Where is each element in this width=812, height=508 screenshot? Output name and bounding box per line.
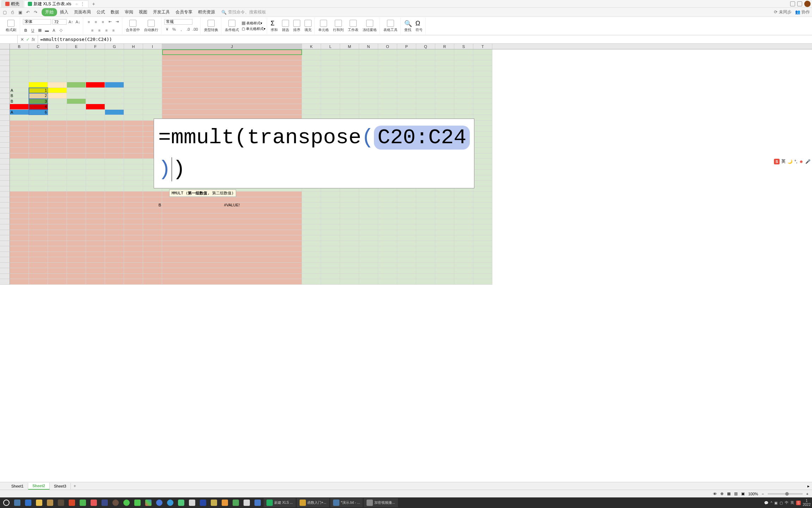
dec-dec-icon[interactable]: .00 [192, 26, 198, 32]
cell[interactable] [86, 104, 105, 110]
cell[interactable] [67, 213, 86, 219]
cell[interactable] [473, 110, 492, 115]
cell[interactable] [359, 99, 378, 104]
cell[interactable] [435, 66, 454, 72]
cell[interactable] [435, 110, 454, 115]
cell[interactable] [397, 197, 416, 203]
cell[interactable] [302, 104, 321, 110]
cell[interactable] [454, 219, 473, 225]
cell[interactable] [473, 164, 492, 170]
cell[interactable] [10, 55, 29, 61]
cell[interactable] [67, 143, 86, 148]
ribbon-tab-res[interactable]: 稻壳资源 [195, 8, 218, 17]
zoom-out-button[interactable]: − [762, 492, 764, 496]
cell[interactable] [321, 235, 340, 241]
cell[interactable] [29, 219, 48, 225]
cell[interactable] [378, 246, 397, 252]
row-header[interactable] [0, 274, 10, 279]
cell[interactable] [124, 66, 143, 72]
cell[interactable] [48, 148, 67, 153]
cell[interactable] [473, 121, 492, 126]
cell[interactable] [397, 71, 416, 77]
cell[interactable]: B [10, 93, 29, 99]
cell[interactable] [48, 110, 67, 115]
cell[interactable] [162, 246, 302, 252]
cell[interactable] [143, 88, 162, 93]
cell[interactable] [416, 192, 435, 197]
cell[interactable] [302, 49, 321, 55]
cell[interactable] [473, 66, 492, 72]
cell[interactable] [340, 274, 359, 279]
cell[interactable] [29, 115, 48, 121]
search-box[interactable]: 🔍 查找命令、搜索模板 [221, 9, 266, 15]
sheet-grid[interactable]: B C D E F G H I J K L M N O P Q R S T A1… [0, 44, 812, 482]
cell[interactable] [124, 241, 143, 247]
cell[interactable] [105, 257, 124, 263]
cell[interactable]: 6 [29, 110, 48, 115]
cell[interactable] [86, 219, 105, 225]
cell[interactable] [435, 235, 454, 241]
cell[interactable] [124, 213, 143, 219]
cell[interactable] [48, 170, 67, 175]
cell[interactable] [359, 246, 378, 252]
cell[interactable] [86, 268, 105, 274]
cell[interactable] [340, 208, 359, 214]
cell[interactable] [416, 241, 435, 247]
cell[interactable] [86, 49, 105, 55]
cell[interactable] [473, 159, 492, 164]
cell[interactable] [48, 219, 67, 225]
cell[interactable] [473, 93, 492, 99]
cell[interactable] [435, 213, 454, 219]
cell[interactable] [162, 219, 302, 225]
cell[interactable] [105, 137, 124, 143]
cell[interactable] [124, 224, 143, 230]
cell[interactable] [105, 88, 124, 93]
cell[interactable] [435, 88, 454, 93]
ribbon-tab-data[interactable]: 数据 [108, 8, 122, 17]
cell[interactable] [29, 213, 48, 219]
zoom-in-button[interactable]: + [806, 492, 808, 496]
cell[interactable] [378, 202, 397, 208]
view-normal-icon[interactable]: ▦ [727, 491, 731, 496]
row-header[interactable] [0, 181, 10, 186]
cell[interactable] [340, 55, 359, 61]
cell[interactable] [29, 268, 48, 274]
cell[interactable] [10, 219, 29, 225]
cell[interactable] [302, 93, 321, 99]
cell[interactable] [473, 257, 492, 263]
cell[interactable] [340, 93, 359, 99]
cell[interactable] [48, 164, 67, 170]
cell[interactable] [473, 99, 492, 104]
cell[interactable] [67, 263, 86, 268]
cell[interactable] [473, 77, 492, 83]
cell[interactable] [397, 252, 416, 258]
task-player[interactable] [133, 498, 142, 507]
ime-mic-icon[interactable]: 🎤 [805, 159, 811, 164]
cell[interactable] [378, 82, 397, 88]
cell[interactable] [378, 279, 397, 285]
align-top-icon[interactable]: ≡ [86, 19, 92, 25]
fill-button[interactable]: 填充 [303, 19, 313, 33]
cell[interactable] [302, 60, 321, 66]
cell[interactable] [321, 274, 340, 279]
cell[interactable] [105, 279, 124, 285]
col-header[interactable]: E [67, 44, 86, 49]
dec-inc-icon[interactable]: .0 [185, 26, 191, 32]
cell[interactable] [10, 175, 29, 181]
cell[interactable] [86, 88, 105, 93]
cell[interactable] [416, 88, 435, 93]
indent-inc-icon[interactable]: ⇥ [114, 19, 120, 25]
cell[interactable] [435, 60, 454, 66]
cell[interactable] [105, 126, 124, 132]
cell[interactable] [321, 71, 340, 77]
cell[interactable] [105, 202, 124, 208]
cell[interactable] [48, 263, 67, 268]
underline-button[interactable]: U [30, 28, 36, 33]
cell[interactable] [302, 224, 321, 230]
col-header[interactable]: Q [416, 44, 435, 49]
currency-icon[interactable]: ¥ [164, 26, 170, 32]
cell[interactable] [359, 219, 378, 225]
cell[interactable] [162, 104, 302, 110]
symbol-button[interactable]: Ω符号 [414, 19, 424, 33]
cell[interactable] [359, 208, 378, 214]
